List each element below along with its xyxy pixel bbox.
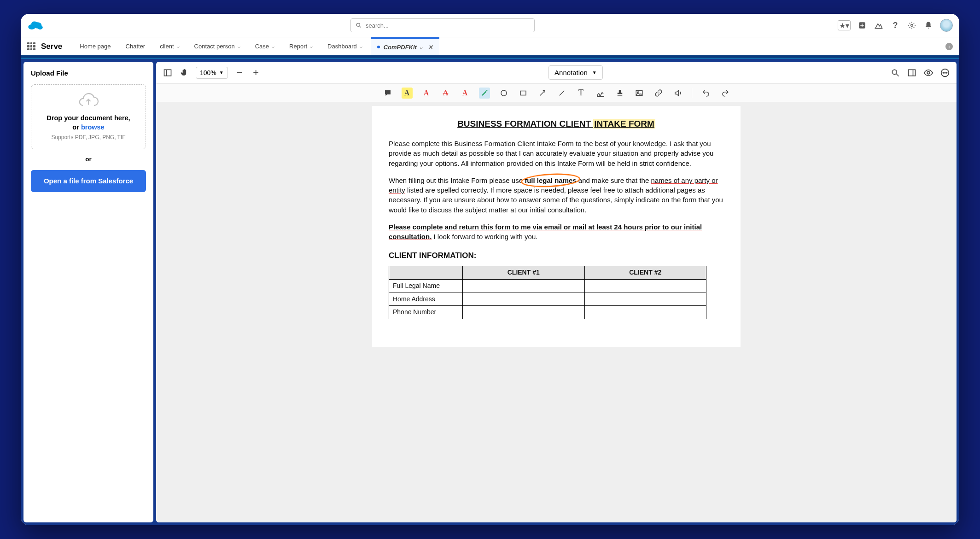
- svg-rect-8: [164, 70, 171, 76]
- dropzone-supports: Supports PDF, JPG, PNG, TIF: [36, 134, 141, 141]
- svg-rect-20: [520, 91, 526, 95]
- app-name: Serve: [41, 42, 62, 51]
- nav-tab-report[interactable]: Report⌵: [283, 37, 319, 55]
- sidebar-title: Upload File: [31, 69, 146, 77]
- decorative-strip: [21, 55, 681, 59]
- app-launcher[interactable]: Serve: [27, 37, 62, 55]
- client-info-table: CLIENT #1 CLIENT #2 Full Legal Name Home…: [389, 266, 681, 320]
- close-tab-icon[interactable]: ✕: [428, 44, 433, 51]
- circled-annotation: full legal names: [525, 176, 577, 184]
- section-header: CLIENT INFORMATION:: [389, 250, 681, 261]
- chevron-down-icon: ⌵: [272, 44, 274, 49]
- annotation-toolbar: A A A A T: [156, 84, 681, 102]
- nav-tab-compdfkit[interactable]: ComPDFKit ⌵ ✕: [371, 37, 439, 55]
- pdf-viewer: 100%▼ − + Annotation▼ A A A A: [156, 62, 681, 374]
- table-row: Home Address: [389, 293, 681, 306]
- document-scroll[interactable]: BUSINESS FORMATION CLIENT INTAKE FORM Pl…: [156, 102, 681, 374]
- nav-tab-dashboard[interactable]: Dashboard⌵: [321, 37, 369, 55]
- highlight-annot-icon[interactable]: A: [402, 88, 413, 99]
- sound-annot-icon[interactable]: [672, 88, 681, 99]
- instructions-paragraph: When filling out this Intake Form please…: [389, 176, 681, 215]
- svg-line-22: [559, 90, 564, 95]
- zoom-out-icon[interactable]: −: [234, 68, 245, 78]
- browse-link[interactable]: browse: [81, 123, 105, 131]
- app-window: search... ★▾ ? Serve Home page Chatter c…: [21, 14, 681, 374]
- note-annot-icon[interactable]: [382, 88, 393, 99]
- svg-point-19: [501, 90, 507, 96]
- viewer-toolbar: 100%▼ − + Annotation▼: [156, 62, 681, 84]
- signature-annot-icon[interactable]: [595, 88, 606, 99]
- stamp-annot-icon[interactable]: [614, 88, 625, 99]
- table-header: CLIENT #2: [584, 266, 681, 279]
- chevron-down-icon: ⌵: [360, 44, 362, 49]
- nav-tab-case[interactable]: Case⌵: [249, 37, 281, 55]
- svg-point-2: [31, 22, 38, 26]
- pan-hand-icon[interactable]: [179, 68, 189, 78]
- zoom-in-icon[interactable]: +: [251, 68, 261, 78]
- title-highlight: INTAKE FORM: [593, 119, 655, 129]
- svg-line-21: [540, 90, 545, 95]
- global-header: search... ★▾ ?: [21, 14, 681, 37]
- unsaved-indicator: [377, 46, 380, 48]
- svg-rect-23: [636, 90, 642, 95]
- pdf-page: BUSINESS FORMATION CLIENT INTAKE FORM Pl…: [372, 106, 681, 347]
- chevron-down-icon: ⌵: [238, 44, 240, 49]
- nav-tab-chatter[interactable]: Chatter: [119, 37, 152, 55]
- square-annot-icon[interactable]: [518, 88, 529, 99]
- table-row: Full Legal Name: [389, 279, 681, 293]
- chevron-down-icon: ▼: [219, 70, 224, 75]
- table-header: CLIENT #1: [463, 266, 585, 279]
- upload-sidebar: Upload File Drop your document here, or …: [23, 62, 153, 374]
- strikeout-annot-icon[interactable]: A: [440, 88, 451, 99]
- search-placeholder: search...: [366, 22, 389, 29]
- nav-tab-home[interactable]: Home page: [73, 37, 117, 55]
- table-header: [389, 266, 463, 279]
- squiggly-annot-icon[interactable]: A: [460, 88, 471, 99]
- main-content: Upload File Drop your document here, or …: [21, 59, 681, 374]
- svg-point-4: [356, 23, 360, 26]
- underline-annot-icon[interactable]: A: [421, 88, 432, 99]
- sidebar-toggle-icon[interactable]: [163, 68, 173, 78]
- nav-tab-client[interactable]: client⌵: [153, 37, 186, 55]
- chevron-down-icon: ⌵: [310, 44, 313, 49]
- mode-select[interactable]: Annotation▼: [548, 65, 603, 80]
- global-search[interactable]: search...: [350, 18, 535, 32]
- table-row: Phone Number: [389, 306, 681, 319]
- doc-title: BUSINESS FORMATION CLIENT INTAKE FORM: [389, 118, 681, 130]
- return-paragraph: Please complete and return this form to …: [389, 222, 681, 242]
- open-from-salesforce-button[interactable]: Open a file from Salesforce: [31, 170, 146, 192]
- dropzone-text: Drop your document here, or browse: [36, 113, 141, 132]
- chevron-down-icon: ▼: [592, 70, 597, 75]
- nav-tab-contact[interactable]: Contact person⌵: [188, 37, 247, 55]
- chevron-down-icon: ⌵: [177, 44, 180, 49]
- circle-annot-icon[interactable]: [498, 88, 509, 99]
- search-icon: [356, 22, 362, 29]
- svg-line-5: [360, 26, 361, 28]
- app-launcher-icon: [27, 42, 35, 51]
- upload-cloud-icon: [77, 93, 99, 110]
- chevron-down-icon[interactable]: ⌵: [420, 45, 422, 50]
- image-annot-icon[interactable]: [634, 88, 645, 99]
- freetext-annot-icon[interactable]: T: [576, 88, 587, 99]
- zoom-select[interactable]: 100%▼: [196, 67, 228, 79]
- nav-bar: Serve Home page Chatter client⌵ Contact …: [21, 37, 681, 55]
- arrow-annot-icon[interactable]: [537, 88, 548, 99]
- svg-point-3: [38, 25, 43, 29]
- line-annot-icon[interactable]: [556, 88, 567, 99]
- link-annot-icon[interactable]: [653, 88, 664, 99]
- file-dropzone[interactable]: Drop your document here, or browse Suppo…: [31, 84, 146, 149]
- salesforce-logo: [27, 20, 44, 31]
- intro-paragraph: Please complete this Business Formation …: [389, 139, 681, 168]
- ink-annot-icon[interactable]: [479, 88, 490, 99]
- or-separator: or: [31, 156, 146, 163]
